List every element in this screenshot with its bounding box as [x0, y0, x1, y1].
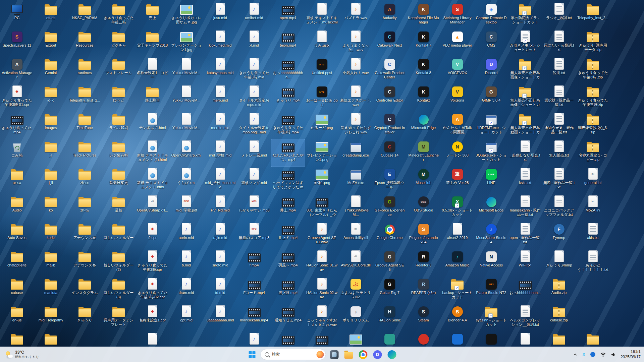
desktop-icon[interactable]: 家の防犯カメラ - ショートカット: [508, 2, 542, 29]
desktop-icon[interactable]: KKontakt 7: [407, 29, 440, 57]
desktop-icon[interactable]: ♪gpt.mid: [169, 304, 203, 331]
desktop-icon[interactable]: [474, 331, 508, 349]
desktop-icon[interactable]: [440, 331, 474, 349]
desktop-icon[interactable]: KKeepforest File Manager: [407, 2, 440, 29]
desktop-icon[interactable]: YukkuriMovieM...: [169, 84, 203, 112]
desktop-icon[interactable]: ありがとう！！！！！！.txt: [576, 249, 610, 277]
desktop-icon[interactable]: KKontakt 8: [407, 57, 440, 84]
desktop-icon[interactable]: [34, 331, 68, 349]
desktop-icon[interactable]: Images: [34, 112, 68, 139]
desktop-icon[interactable]: 通知うぜえ - 親作品一覧.txt: [542, 112, 576, 139]
desktop-icon[interactable]: dllAccessibility.dll: [339, 222, 373, 249]
desktop-icon[interactable]: だれだFXいれたやつ。mp4: [271, 139, 305, 167]
desktop-icon[interactable]: MP3無題のスコア.mp3: [237, 222, 271, 249]
desktop-icon[interactable]: VVoiSona: [440, 84, 474, 112]
desktop-icon[interactable]: ♪新規ソング.mid: [237, 167, 271, 194]
desktop-icon[interactable]: 無題 - 親作品一覧.txt: [542, 167, 576, 194]
desktop-icon[interactable]: 死にたい_ゅ歌詞.txt: [542, 29, 576, 57]
desktop-icon[interactable]: [305, 331, 339, 349]
desktop-icon[interactable]: zh-cn: [68, 167, 102, 194]
desktop-icon[interactable]: テンポあて.html: [136, 112, 169, 139]
taskbar-edge-button[interactable]: [386, 349, 398, 361]
desktop-icon[interactable]: [136, 331, 169, 349]
desktop-icon[interactable]: 井上.mp4: [271, 194, 305, 222]
desktop-icon[interactable]: en-us: [0, 304, 34, 331]
desktop-icon[interactable]: Export: [34, 29, 68, 57]
desktop-icon[interactable]: （YukkuriMovieM...: [339, 194, 373, 222]
taskbar-photos-button[interactable]: [328, 349, 340, 361]
desktop-icon[interactable]: 路上駐車: [136, 84, 169, 112]
desktop-icon[interactable]: ♪mid_学校.mid: [203, 139, 237, 167]
desktop-icon[interactable]: BBlender 4.4: [440, 304, 474, 331]
desktop-icon[interactable]: ゆうと: [102, 84, 136, 112]
desktop-icon[interactable]: 無人販売不正行為 画像 - ショートカツ...: [508, 57, 542, 84]
desktop-icon[interactable]: GGeForce Experience: [373, 194, 407, 222]
desktop-icon[interactable]: ♪rajio.mid: [203, 222, 237, 249]
desktop-icon[interactable]: createdump.exe: [339, 139, 373, 167]
desktop-icon[interactable]: EEpson 接続診断ツール: [373, 167, 407, 194]
desktop-icon[interactable]: きゅうり食ってた午後3時.mp4: [271, 112, 305, 139]
desktop-icon[interactable]: ♪メドレー風.mid: [237, 139, 271, 167]
desktop-icon[interactable]: ニコニコバックアップフォルダ.txt: [542, 194, 576, 222]
desktop-icon[interactable]: SSteam: [407, 304, 440, 331]
desktop-icon[interactable]: ♪Groove Agent SE 01.wav: [305, 222, 339, 249]
start-button[interactable]: [246, 349, 258, 361]
desktop-icon[interactable]: open.mp4: [271, 2, 305, 29]
desktop-icon[interactable]: レジ袋有料: [102, 139, 136, 167]
desktop-icon[interactable]: X9.5.xlsx - ショートカット: [440, 194, 474, 222]
desktop-icon[interactable]: [0, 331, 34, 349]
desktop-icon[interactable]: YukkuriMovieM...: [169, 57, 203, 84]
desktop-icon[interactable]: NNative Access: [474, 249, 508, 277]
desktop-icon[interactable]: ko: [34, 194, 68, 222]
desktop-icon[interactable]: cubase: [0, 277, 34, 304]
desktop-icon[interactable]: 新しいフォルダー: [102, 222, 136, 249]
taskbar-file-explorer-button[interactable]: [343, 349, 355, 361]
desktop-icon[interactable]: 調声練習(失敗)_3.zip: [576, 112, 610, 139]
desktop-icon[interactable]: NT2おーばーまにあ.ppsf: [305, 84, 339, 112]
desktop-icon[interactable]: ◆きゅうり食ってた午後3時-02.cpr: [136, 277, 169, 304]
desktop-icon[interactable]: [271, 331, 305, 349]
desktop-icon[interactable]: 001_東北きりたん（ノーマル）_今じゃ...: [305, 194, 339, 222]
desktop-icon[interactable]: ♪: [237, 331, 271, 349]
desktop-icon[interactable]: Fコード.mp4: [237, 277, 271, 304]
desktop-icon[interactable]: inigeneral.ini: [576, 167, 610, 194]
desktop-icon[interactable]: きゅうりボカコレ用サムネ.jpg: [169, 2, 203, 29]
desktop-icon[interactable]: ♪meroin.mid: [203, 112, 237, 139]
desktop-icon[interactable]: midi_Telepathy: [34, 304, 68, 331]
desktop-icon[interactable]: きゅうり食ってた.mp4: [0, 112, 34, 139]
desktop-icon[interactable]: ♪タイトル未設定.tempo.mid: [237, 84, 271, 112]
desktop-icon[interactable]: ♪xl.mid: [237, 29, 271, 57]
desktop-icon[interactable]: 名称未設定1 - コピー: [136, 57, 169, 84]
desktop-icon[interactable]: Telepathy_Inst_2...: [68, 84, 102, 112]
desktop-icon[interactable]: かるーど.png: [305, 112, 339, 139]
desktop-icon[interactable]: backup - ショートカット: [440, 277, 474, 304]
desktop-icon[interactable]: 名称未設定 1 - コピー.zip: [576, 139, 610, 167]
desktop-icon[interactable]: 羽尻へ.mp4: [271, 249, 305, 277]
desktop-icon[interactable]: おっhhhhhhhhhhhh...: [271, 57, 305, 84]
desktop-icon[interactable]: [373, 331, 407, 349]
hidden-icons-chevron[interactable]: [573, 353, 578, 357]
desktop-icon[interactable]: ▲VLC media player: [440, 29, 474, 57]
desktop-icon[interactable]: TimeTune: [68, 112, 102, 139]
desktop-icon[interactable]: ♪kotusytuaus.mid: [203, 57, 237, 84]
taskbar-chrome-button[interactable]: [357, 349, 369, 361]
desktop-icon[interactable]: NKSC_PARAM: [68, 2, 102, 29]
desktop-icon[interactable]: ♪タイトル未設定.tempo.ong1.mid: [237, 112, 271, 139]
desktop-icon[interactable]: 万引きメモ.txt - ショートカット: [508, 29, 542, 57]
desktop-icon[interactable]: ja: [34, 139, 68, 167]
desktop-icon[interactable]: 無人販売.txt: [542, 139, 576, 167]
desktop-icon[interactable]: きゅうり食ってた午後3時 .zip: [576, 57, 610, 84]
desktop-icon[interactable]: Track Pictures: [68, 139, 102, 167]
desktop-icon[interactable]: きゅうり食ってた午後三時: [102, 2, 136, 29]
desktop-icon[interactable]: akis.txt: [576, 222, 610, 249]
desktop-icon[interactable]: Microsoft Edge: [407, 112, 440, 139]
search-box[interactable]: 検索: [261, 349, 326, 360]
desktop-icon[interactable]: CController Editor: [373, 84, 407, 112]
desktop-icon[interactable]: ♪Amazon Music: [440, 249, 474, 277]
desktop-icon[interactable]: きゅうり食ってた午後三時.zip: [576, 84, 610, 112]
desktop-icon[interactable]: CCMS: [474, 29, 508, 57]
desktop-icon[interactable]: HDDFMT.exe - ショートカット: [474, 112, 508, 139]
desktop-icon[interactable]: くらび.xml: [169, 167, 203, 194]
desktop-icon[interactable]: FFymmp: [542, 222, 576, 249]
desktop-icon[interactable]: 営業日変更: [102, 167, 136, 194]
